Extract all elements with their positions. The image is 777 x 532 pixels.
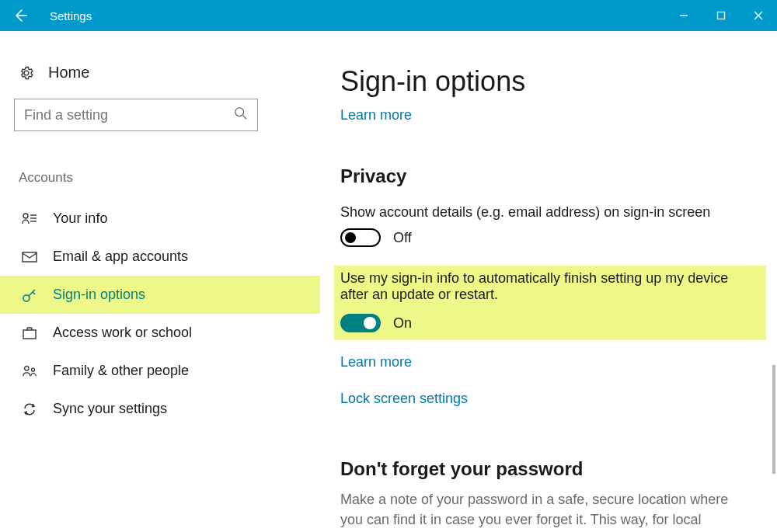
svg-point-16: [32, 368, 35, 371]
svg-rect-1: [718, 12, 725, 19]
sidebar-item-label: Family & other people: [53, 363, 189, 379]
svg-rect-14: [23, 330, 36, 339]
close-button[interactable]: [740, 0, 777, 31]
search-input[interactable]: [24, 107, 234, 123]
learn-more-link-top[interactable]: Learn more: [340, 107, 412, 123]
minimize-icon: [679, 11, 688, 20]
svg-rect-10: [23, 252, 37, 262]
gear-icon: [19, 65, 34, 81]
window-title: Settings: [50, 9, 92, 23]
svg-line-5: [243, 116, 247, 120]
scrollbar[interactable]: [772, 365, 775, 474]
sidebar-item-label: Access work or school: [53, 325, 192, 341]
show-account-toggle[interactable]: [340, 228, 381, 247]
learn-more-link-bottom[interactable]: Learn more: [340, 354, 412, 370]
sidebar: Home Accounts Your info Email & app acco…: [0, 31, 272, 532]
home-label: Home: [48, 64, 89, 82]
search-box[interactable]: [14, 99, 258, 131]
sidebar-item-label: Sign-in options: [53, 287, 145, 303]
privacy-heading: Privacy: [340, 165, 754, 187]
people-icon: [22, 363, 37, 379]
use-signin-toggle[interactable]: [340, 314, 381, 332]
sidebar-home[interactable]: Home: [14, 57, 258, 99]
sidebar-item-label: Your info: [53, 210, 107, 227]
use-signin-state: On: [393, 315, 412, 332]
password-note: Make a note of your password in a safe, …: [340, 489, 754, 532]
user-icon: [22, 211, 37, 227]
arrow-left-icon: [12, 8, 28, 23]
maximize-button[interactable]: [702, 0, 740, 31]
close-icon: [754, 11, 763, 20]
show-account-state: Off: [393, 230, 412, 246]
sidebar-item-label: Email & app accounts: [53, 249, 188, 265]
sidebar-category: Accounts: [19, 170, 258, 186]
back-button[interactable]: [9, 5, 31, 26]
maximize-icon: [716, 11, 726, 20]
svg-line-13: [33, 292, 35, 294]
svg-point-6: [23, 214, 28, 218]
search-icon: [234, 106, 248, 123]
key-icon: [22, 287, 37, 303]
sidebar-item-label: Sync your settings: [53, 401, 167, 417]
sync-icon: [22, 402, 37, 417]
email-icon: [22, 249, 37, 265]
page-title: Sign-in options: [340, 65, 754, 98]
svg-point-15: [25, 366, 29, 370]
main-panel: Sign-in options Learn more Privacy Show …: [272, 31, 777, 532]
briefcase-icon: [22, 325, 37, 341]
title-bar: Settings: [0, 0, 777, 31]
password-heading: Don't forget your password: [340, 458, 754, 480]
svg-point-4: [235, 108, 244, 116]
lock-screen-link[interactable]: Lock screen settings: [340, 391, 468, 407]
use-signin-desc: Use my sign-in info to automatically fin…: [340, 270, 760, 303]
use-signin-highlight: Use my sign-in info to automatically fin…: [334, 266, 766, 340]
svg-point-11: [23, 295, 30, 301]
show-account-desc: Show account details (e.g. email address…: [340, 204, 754, 221]
minimize-button[interactable]: [665, 0, 702, 31]
